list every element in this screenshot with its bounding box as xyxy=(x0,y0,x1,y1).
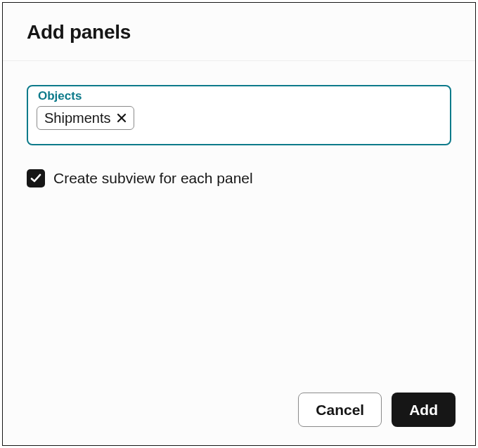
dialog-title: Add panels xyxy=(27,21,451,44)
add-button[interactable]: Add xyxy=(392,393,456,427)
cancel-button[interactable]: Cancel xyxy=(298,393,382,427)
objects-field-label: Objects xyxy=(38,89,82,103)
dialog-header: Add panels xyxy=(3,3,475,61)
object-chip[interactable]: Shipments xyxy=(37,106,134,130)
objects-chip-row: Shipments xyxy=(37,106,441,130)
dialog-footer: Cancel Add xyxy=(3,378,475,445)
close-icon[interactable] xyxy=(117,113,127,123)
create-subview-checkbox[interactable]: Create subview for each panel xyxy=(27,169,253,187)
checkbox-box-icon xyxy=(27,169,45,187)
add-panels-dialog: Add panels Objects Shipments xyxy=(2,2,476,446)
objects-combobox[interactable]: Objects Shipments xyxy=(27,85,451,145)
object-chip-label: Shipments xyxy=(44,111,111,125)
dialog-body: Objects Shipments Create subview fo xyxy=(3,61,475,378)
create-subview-label: Create subview for each panel xyxy=(53,170,253,187)
